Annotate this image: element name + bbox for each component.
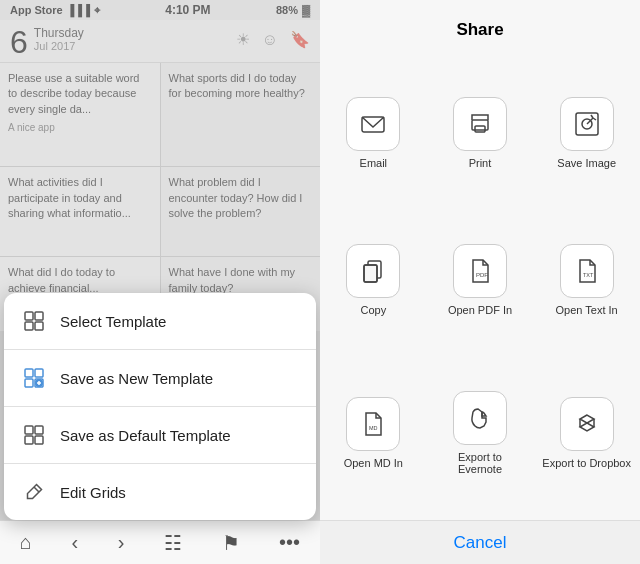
svg-rect-11 [25, 426, 33, 434]
svg-rect-6 [25, 379, 33, 387]
back-nav-icon[interactable]: ‹ [71, 531, 78, 554]
select-template-label: Select Template [60, 313, 166, 330]
svg-text:MD: MD [369, 425, 378, 431]
dropbox-share-icon [560, 397, 614, 451]
bottom-nav: ⌂ ‹ › ☷ ⚑ ••• [0, 520, 320, 564]
copy-label: Copy [360, 304, 386, 316]
home-nav-icon[interactable]: ⌂ [20, 531, 32, 554]
save-default-template-icon [20, 421, 48, 449]
share-md-item[interactable]: MD Open MD In [320, 353, 427, 512]
svg-text:PDF: PDF [476, 272, 488, 278]
pdf-share-icon: PDF [453, 244, 507, 298]
bookmark-nav-icon[interactable]: ⚑ [222, 531, 240, 555]
share-save-image-item[interactable]: Save Image [533, 60, 640, 207]
svg-rect-1 [35, 312, 43, 320]
share-header: Share [320, 0, 640, 52]
save-default-template-label: Save as Default Template [60, 427, 231, 444]
svg-rect-4 [25, 369, 33, 377]
svg-rect-14 [35, 436, 43, 444]
svg-line-22 [593, 118, 596, 120]
save-new-template-label: Save as New Template [60, 370, 213, 387]
forward-nav-icon[interactable]: › [118, 531, 125, 554]
print-share-icon [453, 97, 507, 151]
save-image-label: Save Image [557, 157, 616, 169]
email-label: Email [360, 157, 388, 169]
svg-rect-3 [35, 322, 43, 330]
svg-rect-5 [35, 369, 43, 377]
copy-share-icon [346, 244, 400, 298]
print-label: Print [469, 157, 492, 169]
svg-line-15 [34, 487, 39, 492]
save-image-share-icon [560, 97, 614, 151]
share-copy-item[interactable]: Copy [320, 207, 427, 354]
evernote-label: Export to Evernote [435, 451, 526, 475]
more-nav-icon[interactable]: ••• [279, 531, 300, 554]
popup-menu: Select Template Save as New Template [4, 293, 316, 520]
share-dropbox-item[interactable]: Export to Dropbox [533, 353, 640, 512]
cancel-button[interactable]: Cancel [320, 520, 640, 564]
edit-grids-icon [20, 478, 48, 506]
text-share-icon: TXT [560, 244, 614, 298]
md-label: Open MD In [344, 457, 403, 469]
svg-rect-18 [475, 126, 485, 132]
edit-grids-item[interactable]: Edit Grids [4, 464, 316, 520]
svg-rect-0 [25, 312, 33, 320]
share-text-item[interactable]: TXT Open Text In [533, 207, 640, 354]
edit-grids-label: Edit Grids [60, 484, 126, 501]
share-grid: Email Print [320, 52, 640, 520]
svg-text:TXT: TXT [583, 272, 594, 278]
svg-rect-25 [364, 265, 377, 282]
svg-rect-13 [25, 436, 33, 444]
save-new-template-icon [20, 364, 48, 392]
save-default-template-item[interactable]: Save as Default Template [4, 407, 316, 464]
right-panel: Share Email Print [320, 0, 640, 564]
share-evernote-item[interactable]: Export to Evernote [427, 353, 534, 512]
email-share-icon [346, 97, 400, 151]
dropbox-label: Export to Dropbox [542, 457, 631, 469]
select-template-item[interactable]: Select Template [4, 293, 316, 350]
svg-marker-30 [580, 415, 594, 431]
select-template-icon [20, 307, 48, 335]
evernote-share-icon [453, 391, 507, 445]
journal-nav-icon[interactable]: ☷ [164, 531, 182, 555]
save-new-template-item[interactable]: Save as New Template [4, 350, 316, 407]
svg-rect-2 [25, 322, 33, 330]
svg-rect-12 [35, 426, 43, 434]
share-print-item[interactable]: Print [427, 60, 534, 207]
left-panel: App Store ▐▐▐ ⌖ 4:10 PM 88% ▓ 6 Thursday… [0, 0, 320, 564]
text-label: Open Text In [556, 304, 618, 316]
svg-line-21 [591, 115, 593, 118]
share-pdf-item[interactable]: PDF Open PDF In [427, 207, 534, 354]
md-share-icon: MD [346, 397, 400, 451]
share-email-item[interactable]: Email [320, 60, 427, 207]
pdf-label: Open PDF In [448, 304, 512, 316]
